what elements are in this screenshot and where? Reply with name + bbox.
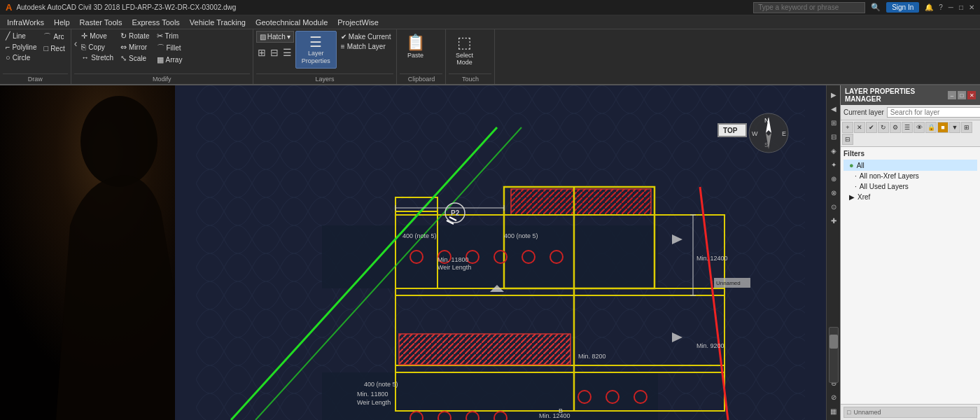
- filters-label: Filters: [844, 150, 977, 158]
- close-button[interactable]: ✕: [969, 4, 974, 11]
- layer-delete-button[interactable]: ✕: [854, 122, 865, 133]
- layer-set-current-button[interactable]: ✔: [866, 122, 877, 133]
- title-bar-left: A Autodesk AutoCAD Civil 3D 2018 LFD-ARP…: [6, 2, 753, 13]
- title-search-input[interactable]: [753, 2, 865, 13]
- layer-new-button[interactable]: +: [842, 122, 853, 133]
- layer-color-button[interactable]: ■: [937, 122, 948, 133]
- fillet-icon: ⌒: [157, 43, 164, 53]
- draw-circle-button[interactable]: ○Circle: [3, 52, 39, 62]
- layer-icon-1[interactable]: ⊞: [256, 46, 267, 59]
- sidebar-tool-14[interactable]: ▦: [827, 405, 840, 417]
- draw-arc-button[interactable]: ⌒Arc: [41, 31, 67, 43]
- array-button[interactable]: ▦ Array: [154, 55, 186, 65]
- layer-view-button[interactable]: ☰: [902, 122, 913, 133]
- notification-icon: 🔔: [925, 4, 933, 11]
- modify-buttons: ✛ Move ⎘ Copy ↔ Stretch ↻ Rotate: [78, 31, 185, 65]
- layer-lock-button[interactable]: 🔒: [925, 122, 937, 133]
- filter-non-xref[interactable]: · All non-Xref Layers: [844, 171, 977, 181]
- sidebar-tool-scroll[interactable]: [827, 349, 840, 361]
- hatch-dropdown[interactable]: ▨ Hatch ▾: [256, 31, 294, 43]
- layer-search-input[interactable]: [887, 107, 980, 118]
- ribbon-layers-content: ▨ Hatch ▾ ⊞ ⊟ ☰ ☰ Layer Properties ✔ Mak…: [256, 31, 394, 74]
- stretch-icon: ↔: [81, 53, 89, 62]
- layer-toolbar: + ✕ ✔ ↻ ⚙ ☰ 👁 🔒 ■ ▼ ⊞ ⊟: [841, 120, 980, 147]
- cad-viewport[interactable]: 400 (note 5) 400 (note 5) Min. 11800 Wei…: [175, 85, 826, 420]
- sidebar-tool-6[interactable]: ✦: [827, 158, 840, 171]
- panel-maximize-button[interactable]: □: [958, 91, 966, 99]
- help-icon: ?: [939, 4, 943, 11]
- sidebar-tool-4[interactable]: ⊟: [827, 130, 840, 143]
- layer-hide-button[interactable]: 👁: [913, 122, 925, 133]
- minimize-button[interactable]: ─: [948, 4, 953, 11]
- menu-projectwise[interactable]: ProjectWise: [333, 18, 383, 27]
- sidebar-tool-3[interactable]: ⊞: [827, 116, 840, 129]
- sign-in-button[interactable]: Sign In: [886, 2, 919, 13]
- trim-button[interactable]: ✂ Trim: [154, 31, 186, 41]
- layer-filter-button[interactable]: ▼: [949, 122, 960, 133]
- draw-polyline-button[interactable]: ⌐Polyline: [3, 42, 39, 52]
- sidebar-tool-9[interactable]: ⊙: [827, 200, 840, 213]
- layer-expand-button[interactable]: ⊞: [961, 122, 972, 133]
- draw-line-button[interactable]: ╱Line: [3, 31, 39, 41]
- layer-icons-row: ⊞ ⊟ ☰: [256, 46, 294, 59]
- rotate-button[interactable]: ↻ Rotate: [118, 31, 152, 41]
- scale-button[interactable]: ⤡ Scale: [118, 53, 152, 64]
- layer-icon-2[interactable]: ⊟: [269, 46, 280, 59]
- svg-text:Min. 11800: Min. 11800: [357, 391, 388, 398]
- make-current-button[interactable]: ✔ Make Current: [338, 32, 394, 41]
- menu-vehicle-tracking[interactable]: Vehicle Tracking: [186, 18, 250, 27]
- sidebar-tool-13[interactable]: ⊘: [827, 391, 840, 403]
- filter-all[interactable]: ● All: [844, 160, 977, 171]
- draw-buttons-col2: ⌒Arc □Rect: [41, 31, 67, 53]
- fillet-button[interactable]: ⌒ Fillet: [154, 42, 186, 54]
- panel-win-controls: – □ ✕: [948, 91, 976, 99]
- sidebar-scrollbar[interactable]: [829, 327, 839, 383]
- draw-rect-button[interactable]: □Rect: [41, 43, 67, 53]
- clipboard-group-label: Clipboard: [400, 74, 442, 84]
- match-layer-icon: ≡: [341, 43, 345, 50]
- maximize-button[interactable]: □: [959, 4, 963, 11]
- layer-refresh-button[interactable]: ↻: [878, 122, 889, 133]
- main-area: 400 (note 5) 400 (note 5) Min. 11800 Wei…: [0, 85, 980, 420]
- unnamed-label: Unnamed: [853, 409, 881, 416]
- sidebar-tool-1[interactable]: ▶: [827, 88, 840, 101]
- svg-text:400 (note 5): 400 (note 5): [504, 232, 538, 239]
- layer-search-bar: Current layer 🔍: [841, 105, 980, 120]
- modify-nav-left: ‹: [74, 31, 78, 49]
- menu-raster-tools[interactable]: Raster Tools: [76, 18, 127, 27]
- left-arrow-icon[interactable]: ‹: [74, 38, 78, 49]
- match-layer-button[interactable]: ≡ Match Layer: [338, 42, 394, 51]
- sidebar-tool-2[interactable]: ◀: [827, 102, 840, 115]
- mirror-button[interactable]: ⇔ Mirror: [118, 42, 152, 52]
- sidebar-tool-8[interactable]: ⊗: [827, 186, 840, 199]
- filter-xref[interactable]: ▶ Xref: [844, 192, 977, 202]
- layer-collapse-button[interactable]: ⊟: [842, 134, 853, 145]
- layer-properties-icon: ☰: [309, 34, 322, 50]
- move-button[interactable]: ✛ Move: [78, 31, 116, 41]
- svg-text:Unnamed: Unnamed: [716, 280, 741, 286]
- panel-close-button[interactable]: ✕: [967, 91, 976, 99]
- svg-text:Min. 12400: Min. 12400: [539, 412, 570, 419]
- sidebar-tool-5[interactable]: ◈: [827, 144, 840, 157]
- menu-infraworks[interactable]: InfraWorks: [3, 18, 48, 27]
- layer-panel-bottom: □ Unnamed: [841, 404, 980, 420]
- menu-express-tools[interactable]: Express Tools: [128, 18, 184, 27]
- paste-button[interactable]: 📋 Paste: [400, 31, 430, 62]
- layer-extra-buttons: ✔ Make Current ≡ Match Layer: [338, 31, 394, 51]
- panel-minimize-button[interactable]: –: [948, 91, 956, 99]
- menu-help[interactable]: Help: [50, 18, 74, 27]
- filter-used-layers[interactable]: · All Used Layers: [844, 181, 977, 192]
- copy-button[interactable]: ⎘ Copy: [78, 42, 116, 52]
- sidebar-tool-10[interactable]: ✚: [827, 214, 840, 227]
- layer-panel-title: LAYER PROPERTIES MANAGER – □ ✕: [841, 85, 980, 105]
- layer-properties-button[interactable]: ☰ Layer Properties: [295, 31, 337, 69]
- layer-settings-button[interactable]: ⚙: [890, 122, 901, 133]
- modify-group-label: Modify: [74, 74, 250, 84]
- stretch-button[interactable]: ↔ Stretch: [78, 52, 116, 62]
- menu-geotechnical[interactable]: Geotechnical Module: [251, 18, 332, 27]
- layer-icon-3[interactable]: ☰: [281, 46, 293, 59]
- sidebar-tool-7[interactable]: ⊕: [827, 172, 840, 185]
- copy-icon: ⎘: [81, 43, 86, 51]
- dropdown-arrow-icon: ▾: [287, 33, 290, 41]
- select-mode-button[interactable]: ⬚ Select Mode: [449, 31, 479, 69]
